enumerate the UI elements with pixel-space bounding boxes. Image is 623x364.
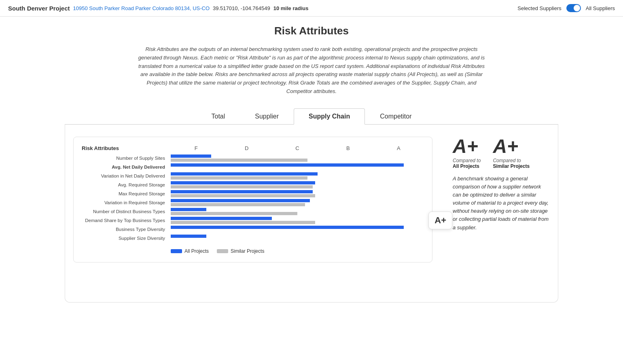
grade-value-all: A+ [453, 137, 478, 156]
chart-border: Risk Attributes F D C B A Number of Supp… [73, 137, 432, 262]
chart-row: Number of Distinct Business Types [82, 208, 424, 215]
chart-header: Risk Attributes F D C B A [82, 145, 424, 151]
grade-markers: F D C B A [171, 145, 424, 151]
bar-similar-projects [171, 203, 305, 206]
row-label: Number of Supply Sites [82, 156, 171, 161]
chart-row: Variation in Net Daily Delivered [82, 172, 424, 180]
grade-compared-all: Compared to All Projects [453, 158, 481, 169]
grade-a: A [373, 145, 424, 151]
chart-column-header: Risk Attributes [82, 145, 171, 151]
chart-row: Demand Share by Top Business TypesA+ [82, 217, 424, 224]
all-suppliers-label: All Suppliers [586, 5, 615, 11]
bar-all-projects [171, 199, 310, 202]
main-content: Risk Attributes Risk Attributes are the … [49, 17, 574, 311]
bar-all-projects [171, 163, 404, 167]
toggle-button[interactable] [566, 4, 581, 12]
chart-row: Number of Supply Sites [82, 154, 424, 162]
chart-row: Avg. Required Storage [82, 181, 424, 188]
grade-block-all: A+ Compared to All Projects [453, 137, 481, 169]
chart-row: Avg. Net Daily Delivered [82, 163, 424, 171]
legend-similar-projects: Similar Projects [217, 248, 264, 254]
bar-all-projects [171, 226, 404, 229]
bar-all-projects [171, 172, 318, 176]
bar-container [171, 181, 424, 188]
bar-all-projects [171, 181, 315, 184]
bar-container [171, 217, 424, 224]
chart-area: Risk Attributes F D C B A Number of Supp… [73, 137, 432, 294]
grade-f: F [171, 145, 221, 151]
page-title: Risk Attributes [65, 25, 558, 37]
compared-all-text: Compared to [453, 158, 481, 163]
header: South Denver Project 10950 South Parker … [0, 0, 623, 17]
bar-similar-projects [171, 194, 315, 197]
tab-supplier[interactable]: Supplier [240, 108, 294, 125]
legend-all-projects: All Projects [171, 248, 209, 254]
project-address: 10950 South Parker Road Parker Colorado … [73, 5, 210, 11]
grade-value-similar: A+ [493, 137, 518, 156]
legend-all-label: All Projects [184, 248, 209, 254]
row-label: Supplier Size Diversity [82, 236, 171, 241]
bar-container [171, 190, 424, 197]
bar-container [171, 226, 424, 233]
chart-row: Max Required Storage [82, 190, 424, 197]
all-projects-label: All Projects [453, 163, 481, 169]
tabs: Total Supplier Supply Chain Competitor [65, 108, 558, 125]
grade-d: D [221, 145, 272, 151]
similar-projects-label: Similar Projects [493, 163, 530, 169]
bar-container [171, 154, 424, 162]
bar-container [171, 208, 424, 215]
bar-all-projects [171, 208, 206, 211]
header-right: Selected Suppliers All Suppliers [517, 4, 615, 12]
bar-all-projects [171, 217, 272, 220]
row-label: Avg. Net Daily Delivered [82, 165, 171, 169]
right-panel: A+ Compared to All Projects A+ Compared … [445, 137, 550, 294]
row-label: Variation in Net Daily Delivered [82, 174, 171, 178]
bar-all-projects [171, 235, 206, 238]
project-name: South Denver Project [8, 5, 70, 12]
bar-similar-projects [171, 185, 313, 188]
chart-row: Supplier Size Diversity [82, 235, 424, 242]
chart-legend: All Projects Similar Projects [82, 248, 424, 254]
tab-competitor[interactable]: Competitor [365, 108, 426, 125]
grade-compared-similar: Compared to Similar Projects [493, 158, 530, 169]
row-label: Variation in Required Storage [82, 200, 171, 205]
project-coords: 39.517010, -104.764549 [213, 5, 270, 11]
legend-color-gray [217, 249, 228, 253]
compared-similar-text: Compared to [493, 158, 521, 163]
row-label: Max Required Storage [82, 191, 171, 196]
grade-b: B [323, 145, 373, 151]
legend-color-blue [171, 249, 182, 253]
selected-suppliers-label: Selected Suppliers [517, 5, 561, 11]
grade-block-similar: A+ Compared to Similar Projects [493, 137, 530, 169]
bar-container [171, 199, 424, 206]
project-radius: 10 mile radius [273, 5, 309, 11]
page-description: Risk Attributes are the outputs of an in… [138, 45, 485, 96]
header-left: South Denver Project 10950 South Parker … [8, 5, 308, 12]
bar-similar-projects [171, 221, 315, 224]
bar-all-projects [171, 190, 313, 193]
grades-row: A+ Compared to All Projects A+ Compared … [453, 137, 550, 169]
grade-description: A benchmark showing a general comparison… [453, 175, 550, 232]
row-label: Business Type Diversity [82, 227, 171, 232]
row-label: Avg. Required Storage [82, 182, 171, 187]
chart-row: Business Type Diversity [82, 226, 424, 233]
row-label: Number of Distinct Business Types [82, 209, 171, 214]
bar-container [171, 172, 424, 180]
chart-row: Variation in Required Storage [82, 199, 424, 206]
tooltip-badge: A+ [428, 212, 452, 229]
content-panel: Risk Attributes F D C B A Number of Supp… [65, 125, 558, 303]
bar-similar-projects [171, 176, 307, 180]
tab-supply-chain[interactable]: Supply Chain [294, 108, 365, 125]
grade-c: C [272, 145, 322, 151]
bar-similar-projects [171, 159, 307, 162]
row-label: Demand Share by Top Business Types [82, 218, 171, 223]
tab-total[interactable]: Total [197, 108, 240, 125]
bar-similar-projects [171, 212, 297, 215]
bar-container [171, 235, 424, 242]
bar-all-projects [171, 154, 211, 158]
bar-container [171, 163, 424, 171]
chart-rows: Number of Supply SitesAvg. Net Daily Del… [82, 154, 424, 242]
legend-similar-label: Similar Projects [231, 248, 264, 254]
